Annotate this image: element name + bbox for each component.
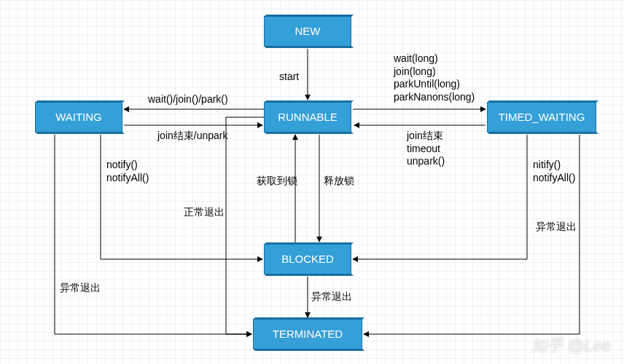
- edge-waiting-to-blocked: [101, 135, 262, 259]
- edge-label-runnable-to-timed-waiting: wait(long) join(long) parkUntil(long) pa…: [394, 52, 475, 103]
- edge-label-blocked-to-runnable: 获取到锁: [257, 175, 297, 188]
- edge-label-timed-waiting-to-blocked: nitify() notifyAll(): [533, 159, 575, 184]
- edge-label-timed-waiting-to-terminated: 异常退出: [536, 221, 577, 234]
- edge-waiting-to-terminated: [55, 135, 251, 334]
- edge-label-runnable-to-terminated: 正常退出: [184, 206, 225, 219]
- edge-label-timed-waiting-to-runnable: join结束 timeout unpark(): [407, 130, 445, 168]
- edge-label-runnable-to-waiting: wait()/join()/park(): [148, 93, 228, 106]
- edge-label-waiting-to-terminated: 异常退出: [60, 282, 101, 295]
- edges-layer: [0, 0, 624, 364]
- edge-label-runnable-to-blocked: 释放锁: [324, 175, 354, 188]
- watermark: 知乎 @Lee: [531, 335, 611, 357]
- edge-label-blocked-to-terminated: 异常退出: [311, 290, 352, 304]
- edge-label-waiting-to-blocked: notify() notifyAll(): [106, 159, 149, 184]
- edge-runnable-to-terminated: [226, 117, 264, 334]
- edge-label-waiting-to-runnable: join结束/unpark: [157, 130, 228, 143]
- edge-label-start: start: [279, 71, 299, 84]
